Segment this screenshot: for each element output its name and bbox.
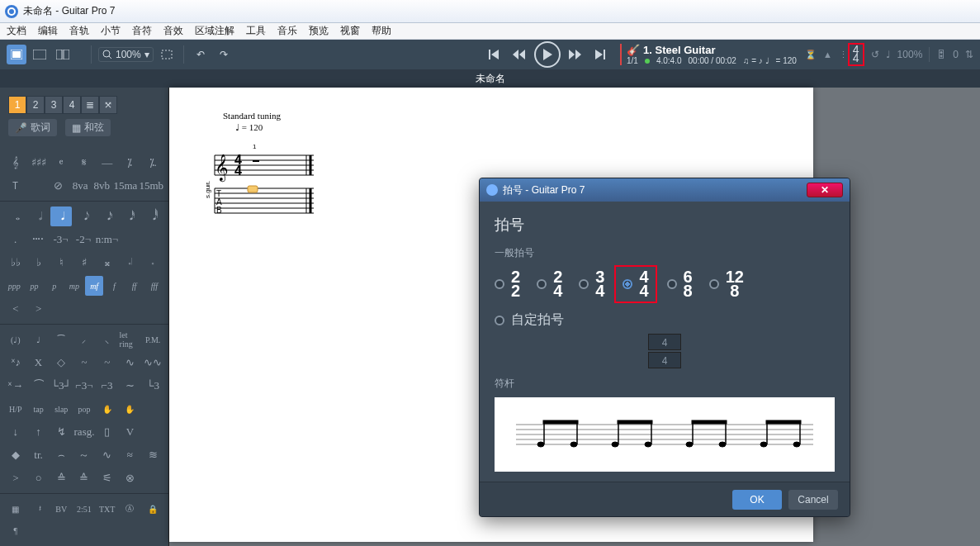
palette-cell[interactable]: -3¬ [50,230,71,249]
palette-cell[interactable]: ∿ [97,445,118,465]
palette-cell[interactable]: tr. [28,445,50,465]
loop-button[interactable]: ↺ [871,49,879,60]
palette-cell[interactable]: 𝅘𝅥𝅮 [73,207,95,226]
palette-cell[interactable] [120,299,141,319]
palette-cell[interactable]: H/P [5,399,26,419]
palette-cell[interactable]: 🔒 [142,499,163,519]
custom-radio[interactable] [495,316,504,325]
voice-1-button[interactable]: 1 [8,96,26,114]
palette-cell[interactable]: TXT [97,499,118,519]
forward-button[interactable] [566,45,585,64]
preset-6-8[interactable]: 68 [667,270,693,298]
palette-cell[interactable]: < [5,299,26,319]
menu-window[interactable]: 视窗 [340,24,360,38]
view-page-button[interactable] [7,45,26,64]
palette-cell[interactable]: ♩ [28,330,50,349]
palette-cell[interactable]: 𝄴 [50,153,72,173]
palette-cell[interactable]: ∿∿ [142,353,163,373]
voice-2-button[interactable]: 2 [26,96,45,114]
palette-cell[interactable]: let ring [120,330,141,349]
palette-cell[interactable]: ♯♯♯ [28,153,50,173]
palette-cell[interactable]: 𝅝 [5,207,26,226]
zoom-control[interactable]: 100% ▾ [98,47,154,62]
palette-cell[interactable]: ⁀ [50,330,72,349]
menu-section[interactable]: 区域注解 [195,24,234,38]
preset-2-4[interactable]: 24 [537,270,562,298]
palette-cell[interactable]: 𝆹𝅥 [120,253,141,273]
palette-cell[interactable]: ⸝ [73,330,95,349]
palette-cell[interactable]: Ｔ [5,176,25,196]
palette-cell[interactable]: └3┘ [50,376,72,396]
palette-cell[interactable]: 15ma [113,176,137,196]
preset-3-4[interactable]: 34 [579,270,604,298]
undo-button[interactable]: ↶ [191,45,211,64]
palette-cell[interactable]: 𝄞 [5,153,26,173]
palette-cell[interactable] [26,176,46,196]
go-end-button[interactable] [590,45,610,64]
palette-cell[interactable]: ᠁ [27,230,48,249]
palette-cell[interactable]: pop [73,399,95,419]
multivoice-button[interactable]: ≣ [81,96,99,114]
palette-cell[interactable]: ♭♭ [5,253,26,273]
palette-cell[interactable]: ▦ [5,499,26,519]
menu-fx[interactable]: 音效 [163,24,183,38]
palette-cell[interactable]: f [105,276,123,296]
tuner-icon[interactable]: 🎛 [936,49,946,60]
menu-help[interactable]: 帮助 [372,24,391,38]
palette-cell[interactable]: ♯ [73,253,95,273]
palette-cell[interactable] [142,299,163,319]
play-button[interactable] [534,41,561,68]
palette-cell[interactable]: 8vb [92,176,111,196]
palette-cell[interactable]: ⊘ [49,176,69,196]
palette-cell[interactable]: ˣ→ [5,376,26,396]
palette-cell[interactable] [143,230,163,249]
palette-cell[interactable]: ¶ [5,520,26,540]
palette-cell[interactable]: ↓ [5,422,26,442]
palette-cell[interactable] [142,422,163,442]
design-mode-button[interactable]: ⤧ [99,96,117,114]
palette-cell[interactable]: 𝄽 [28,499,50,519]
palette-cell[interactable]: ◆ [5,445,26,465]
palette-cell[interactable]: (♩) [5,330,26,349]
palette-cell[interactable] [73,299,95,319]
time-sig-button[interactable]: 44 [848,43,864,66]
close-button[interactable]: ✕ [807,183,843,197]
palette-cell[interactable]: > [28,299,50,319]
palette-cell[interactable]: mp [65,276,83,296]
palette-cell[interactable]: 𝅗𝅥 [28,207,50,226]
palette-cell[interactable]: ○ [28,468,50,488]
ok-button[interactable]: OK [732,490,782,510]
palette-cell[interactable]: ≙ [73,468,95,488]
palette-cell[interactable]: 𝅘𝅥 [50,207,72,226]
palette-cell[interactable]: — [97,153,118,173]
palette-cell[interactable]: ˣ♪ [5,353,26,373]
preset-2-2[interactable]: 22 [495,270,520,298]
menu-edit[interactable]: 编辑 [38,24,58,38]
palette-cell[interactable]: ≙ [50,468,72,488]
palette-cell[interactable]: ✋ [97,399,118,419]
lyrics-button[interactable]: 🎤 歌词 [8,119,57,136]
more-icon[interactable]: ⋮ [839,50,848,60]
palette-cell[interactable]: V [120,422,141,442]
palette-cell[interactable]: ▯ [97,422,118,442]
palette-cell[interactable]: 2:51 [73,499,95,519]
palette-cell[interactable]: ⌐3¬ [73,376,95,396]
palette-cell[interactable]: 𝅘𝅥𝅯 [97,207,118,226]
track-info[interactable]: 🎸1. Steel Guitar 1/1 4.0:4.0 00:00 / 00:… [620,44,797,65]
countin-icon[interactable]: ▲ [823,50,832,59]
palette-cell[interactable]: pp [25,276,43,296]
custom-denominator[interactable]: 4 [648,352,681,368]
palette-cell[interactable] [50,299,72,319]
palette-cell[interactable]: rasg. [73,422,95,442]
cancel-button[interactable]: Cancel [788,490,838,510]
palette-cell[interactable]: -2¬ [73,230,93,249]
chords-button[interactable]: ▦ 和弦 [65,119,111,136]
palette-cell[interactable] [142,468,163,488]
palette-cell[interactable]: 𝅘𝅥𝅰 [120,207,141,226]
palette-cell[interactable]: ~ [73,353,95,373]
palette-cell[interactable]: 𝄪 [97,253,118,273]
palette-cell[interactable]: . [5,230,26,249]
palette-cell[interactable]: ✋ [120,399,141,419]
palette-cell[interactable]: ≋ [142,445,163,465]
palette-cell[interactable]: ⁒ [120,153,141,173]
